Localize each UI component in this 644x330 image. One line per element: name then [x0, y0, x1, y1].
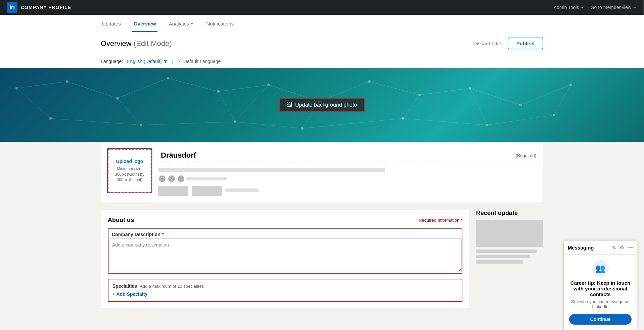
- nav-item-notifications[interactable]: Notifications: [205, 16, 235, 32]
- discard-edits-button[interactable]: Discard edits: [473, 41, 502, 46]
- svg-line-19: [17, 81, 67, 88]
- nav-item-updates[interactable]: Updates: [101, 16, 122, 32]
- follower-avatars: [158, 174, 536, 183]
- messaging-minimize-icon[interactable]: —: [628, 244, 633, 251]
- scrollbar-track: [643, 0, 644, 15]
- publish-button[interactable]: Publish: [508, 38, 543, 49]
- messaging-actions: ✎ ⚙ —: [612, 244, 633, 251]
- default-language-checkbox[interactable]: ☑ Default Language: [177, 59, 221, 64]
- action-btn-placeholder-1: [158, 186, 188, 196]
- recent-line-3: [476, 260, 523, 264]
- recent-update-section: Recent update: [476, 210, 543, 309]
- svg-line-31: [118, 98, 141, 125]
- recent-line-2: [476, 255, 530, 258]
- upload-size-hint: Minimum size: 300px (width) by 300px (he…: [112, 166, 147, 183]
- recent-update-image: [476, 220, 543, 247]
- messaging-header: Messaging ✎ ⚙ —: [564, 241, 637, 255]
- add-specialty-button[interactable]: + Add Specialty: [112, 291, 147, 297]
- required-label: (Required): [516, 153, 536, 158]
- messaging-edit-icon[interactable]: ✎: [612, 244, 616, 251]
- language-select[interactable]: English (Default) ▼: [127, 59, 168, 64]
- upload-logo-link[interactable]: Upload logo: [116, 159, 143, 164]
- svg-line-23: [218, 85, 269, 92]
- about-section-header: About us Required Information *: [108, 217, 462, 224]
- svg-line-30: [17, 88, 50, 118]
- header-actions: Discard edits Publish: [473, 38, 543, 49]
- company-description-textarea[interactable]: [108, 238, 462, 272]
- recent-line-1: [476, 250, 537, 253]
- svg-line-29: [520, 85, 571, 105]
- action-btn-placeholder-2: [192, 186, 222, 196]
- recent-update-title: Recent update: [476, 210, 543, 217]
- follower-avatar-1: [158, 175, 166, 183]
- svg-line-22: [168, 78, 218, 92]
- required-info: Required Information *: [419, 218, 462, 223]
- svg-line-42: [403, 118, 487, 125]
- svg-line-27: [420, 88, 470, 95]
- career-tip-title: Career tip: Keep in touch with your prof…: [569, 280, 632, 297]
- about-section: About us Required Information * Company …: [101, 210, 469, 309]
- language-divider: |: [172, 58, 173, 64]
- company-info: (Required): [158, 149, 536, 196]
- placeholder-line-2: [186, 177, 227, 180]
- top-bar-left: in COMPANY PROFILE: [7, 2, 71, 13]
- svg-line-40: [235, 122, 302, 128]
- svg-line-26: [369, 81, 420, 95]
- nav-item-overview[interactable]: Overview: [132, 16, 157, 32]
- svg-line-32: [218, 92, 235, 122]
- career-tip-text: See who you can message on LinkedIn: [569, 299, 632, 309]
- svg-line-21: [118, 78, 168, 98]
- arrow-right-icon: →: [633, 5, 637, 10]
- company-description-group: Company Description *: [108, 228, 462, 274]
- top-bar-right: Admin Tools ▼ Go to member view →: [554, 5, 637, 10]
- follower-avatar-3: [177, 175, 185, 183]
- secondary-nav: Updates Overview Analytics ▼ Notificatio…: [0, 15, 644, 32]
- svg-line-38: [50, 118, 141, 125]
- people-connect-icon: 👥: [595, 264, 605, 273]
- language-caret-icon: ▼: [163, 59, 168, 64]
- admin-tools-caret-icon: ▼: [581, 6, 584, 9]
- language-label: Language:: [101, 59, 123, 64]
- svg-line-41: [302, 118, 403, 128]
- nav-item-analytics[interactable]: Analytics ▼: [168, 16, 195, 32]
- page-title: Overview (Edit Mode): [101, 39, 172, 48]
- svg-line-28: [470, 88, 520, 105]
- specialties-field: Specialties Add a maximum of 20 specialt…: [108, 279, 462, 302]
- svg-line-37: [554, 85, 571, 115]
- main-sections: About us Required Information * Company …: [101, 210, 543, 309]
- messaging-title: Messaging: [568, 245, 594, 251]
- svg-line-35: [403, 95, 420, 118]
- messaging-widget: Messaging ✎ ⚙ — 👥 Career tip: Keep in to…: [563, 241, 637, 322]
- page-header: Overview (Edit Mode) Discard edits Publi…: [0, 32, 644, 55]
- svg-line-36: [470, 88, 487, 125]
- svg-line-20: [67, 81, 118, 98]
- follower-avatar-2: [168, 175, 176, 183]
- member-view-button[interactable]: Go to member view →: [591, 5, 637, 10]
- action-buttons: [158, 186, 536, 196]
- language-bar: Language: English (Default) ▼ | ☑ Defaul…: [0, 55, 644, 68]
- about-section-title: About us: [108, 217, 134, 224]
- company-description-label: Company Description *: [108, 229, 462, 237]
- top-bar: in COMPANY PROFILE Admin Tools ▼ Go to m…: [0, 0, 644, 15]
- placeholder-line-1: [158, 168, 385, 172]
- messaging-continue-button[interactable]: Continue: [569, 314, 632, 322]
- svg-line-33: [235, 85, 269, 122]
- messaging-settings-icon[interactable]: ⚙: [619, 244, 624, 251]
- content-area: Upload logo Minimum size: 300px (width) …: [0, 142, 644, 322]
- company-name-input[interactable]: [158, 149, 512, 162]
- admin-tools-button[interactable]: Admin Tools ▼: [554, 5, 584, 10]
- image-icon: 🖼: [287, 102, 292, 108]
- career-icon: 👥: [592, 260, 609, 277]
- analytics-caret-icon: ▼: [190, 22, 194, 25]
- logo-upload-box[interactable]: Upload logo Minimum size: 300px (width) …: [108, 149, 151, 192]
- messaging-body: 👥 Career tip: Keep in touch with your pr…: [564, 255, 637, 322]
- specialties-label: Specialties: [112, 283, 137, 289]
- linkedin-logo: in: [7, 2, 17, 13]
- placeholder-line-3: [225, 188, 259, 192]
- company-profile-label: COMPANY PROFILE: [21, 5, 71, 10]
- svg-line-43: [487, 115, 554, 125]
- svg-line-39: [141, 122, 235, 125]
- update-background-photo-button[interactable]: 🖼 Update background photo: [279, 98, 365, 112]
- hero-banner: 🖼 Update background photo: [0, 68, 644, 142]
- specialties-hint: Add a maximum of 20 specialties: [140, 284, 204, 289]
